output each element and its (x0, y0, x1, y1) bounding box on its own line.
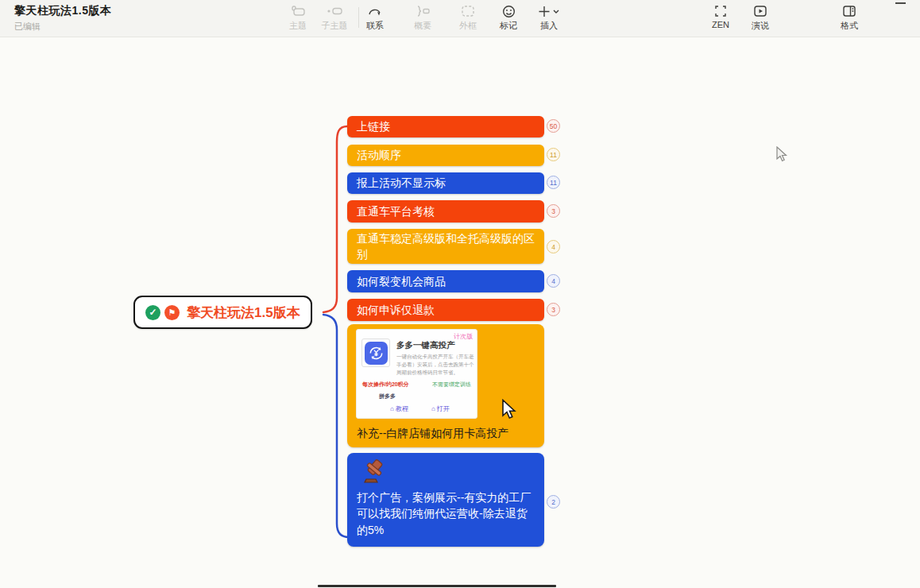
branch-topic[interactable]: 直通车平台考核 (347, 200, 544, 222)
summary-button[interactable]: 概要 (404, 3, 441, 32)
branch-label: 如何申诉仅退款 (357, 302, 435, 318)
boundary-icon (450, 3, 486, 19)
flag-icon: ⚑ (164, 305, 180, 320)
play-presentation-icon (742, 3, 779, 19)
root-topic[interactable]: ✓ ⚑ 擎天柱玩法1.5版本 (133, 296, 312, 329)
document-title: 擎天柱玩法1.5版本 (14, 4, 111, 18)
window-minimize-dash[interactable] (895, 2, 906, 4)
branch-topic[interactable]: 如何申诉仅退款 (347, 299, 544, 321)
branch-topic-with-image[interactable]: 计次版 多多一键高投产 一键自动化卡高投产开车（开车老手必看）安装后，点击去跑第… (347, 324, 544, 447)
branch-topic[interactable]: 报上活动不显示标 (347, 172, 544, 194)
branch-topic[interactable]: 活动顺序 (347, 145, 544, 166)
card-note-text: 不需要绑定训练 (432, 381, 471, 389)
connector-upper-red (323, 126, 347, 312)
note-count-badge[interactable]: 3 (547, 204, 560, 218)
note-count-badge[interactable]: 4 (547, 274, 560, 288)
card-edition-tag: 计次版 (454, 332, 473, 341)
subtopic-button[interactable]: 子主题 (316, 3, 353, 32)
note-count-badge[interactable]: 11 (547, 176, 560, 189)
document-status: 已编辑 (14, 21, 111, 33)
document-meta: 擎天柱玩法1.5版本 已编辑 (14, 4, 111, 33)
card-platform-label: 拼多多 (379, 393, 396, 400)
app-header: 擎天柱玩法1.5版本 已编辑 主题 子主题 联系 概要 外框 (0, 0, 920, 37)
yuan-refresh-app-icon (365, 342, 388, 365)
note-count-badge[interactable]: 4 (547, 240, 560, 253)
root-topic-label: 擎天柱玩法1.5版本 (187, 304, 300, 322)
ad-node-text: 打个广告，案例展示--有实力的工厂可以找我们纯佣代运营收-除去退货的5% (357, 489, 538, 538)
topic-icon (280, 3, 316, 19)
branch-topic[interactable]: 上链接 (347, 116, 544, 137)
branch-label: 如何裂变机会商品 (357, 273, 446, 289)
note-count-badge[interactable]: 3 (547, 303, 560, 316)
note-count-badge[interactable]: 2 (547, 495, 560, 509)
branch-label: 上链接 (357, 118, 390, 134)
card-app-description: 一键自动化卡高投产开车（开车老手必看）安装后，点击去跑第十个周期前价格维码日常节… (396, 353, 474, 377)
note-count-badge[interactable]: 50 (547, 119, 560, 133)
card-open-button[interactable]: ⌂打开 (431, 404, 450, 413)
marker-button[interactable]: 标记 (490, 3, 527, 32)
branch-topic[interactable]: 直通车稳定高级版和全托高级版的区别 (347, 229, 544, 264)
subtopic-icon (316, 3, 353, 19)
insert-plus-icon (531, 3, 567, 19)
branch-topic[interactable]: 如何裂变机会商品 (347, 270, 544, 292)
relationship-button[interactable]: 联系 (357, 3, 393, 32)
note-count-badge[interactable]: 11 (547, 148, 560, 161)
insert-button[interactable]: 插入 (531, 3, 567, 32)
app-icon-frame (361, 338, 390, 367)
card-app-title: 多多一键高投产 (396, 340, 455, 351)
mouse-cursor-secondary (775, 146, 790, 164)
branch-topic-ad[interactable]: 打个广告，案例展示--有实力的工厂可以找我们纯佣代运营收-除去退货的5% (347, 453, 544, 547)
bottom-edge-line (318, 585, 556, 587)
branch-label: 报上活动不显示标 (357, 175, 446, 191)
zen-button[interactable]: ZEN (702, 3, 739, 29)
house-icon: ⌂ (390, 405, 394, 412)
topic-button[interactable]: 主题 (280, 3, 316, 32)
embedded-screenshot-card: 计次版 多多一键高投产 一键自动化卡高投产开车（开车老手必看）安装后，点击去跑第… (356, 329, 477, 419)
house-icon: ⌂ (431, 405, 435, 412)
presentation-button[interactable]: 演说 (742, 3, 779, 32)
connector-lower-blue (323, 315, 349, 537)
image-node-caption: 补充--白牌店铺如何用卡高投产 (357, 427, 508, 441)
format-button[interactable]: 格式 (831, 3, 868, 32)
card-tutorial-button[interactable]: ⌂教程 (390, 404, 408, 413)
summary-icon (404, 3, 441, 19)
format-panel-icon (831, 3, 868, 19)
branch-label: 直通车稳定高级版和全托高级版的区别 (357, 230, 535, 263)
mindmap-canvas[interactable]: ✓ ⚑ 擎天柱玩法1.5版本 上链接 活动顺序 报上活动不显示标 直通车平台考核… (0, 37, 920, 588)
boundary-button[interactable]: 外框 (450, 3, 486, 32)
gavel-icon (358, 457, 390, 492)
check-mark-icon: ✓ (145, 305, 160, 320)
zen-brackets-icon (702, 3, 739, 19)
relationship-icon (357, 3, 393, 19)
card-cost-text: 每次操作/约20积分 (362, 381, 409, 389)
branch-label: 直通车平台考核 (357, 203, 435, 219)
marker-smiley-icon (490, 3, 527, 19)
branch-label: 活动顺序 (357, 147, 401, 163)
